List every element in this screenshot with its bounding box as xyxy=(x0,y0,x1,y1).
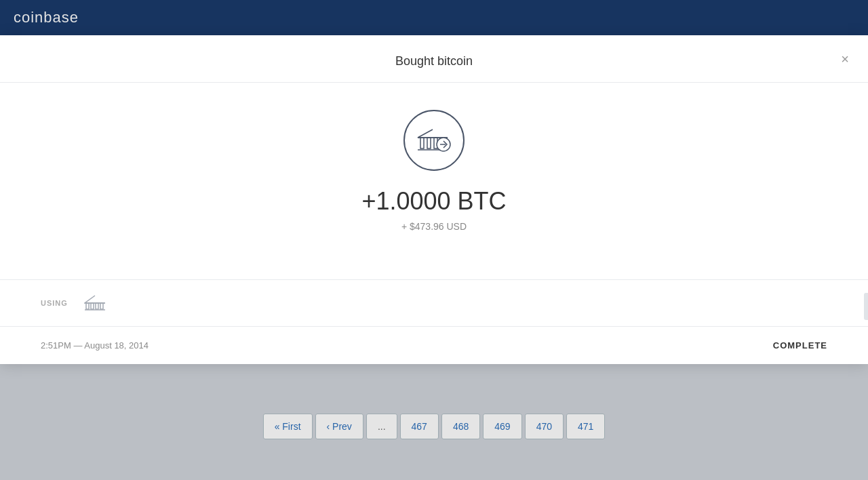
modal-title: Bought bitcoin xyxy=(395,54,473,68)
scroll-indicator xyxy=(864,293,868,320)
svg-rect-1 xyxy=(427,138,431,148)
modal-body: +1.0000 BTC + $473.96 USD xyxy=(0,83,868,279)
modal-header: Bought bitcoin × xyxy=(0,35,868,83)
transaction-usd: + $473.96 USD xyxy=(401,221,467,232)
svg-rect-10 xyxy=(100,303,103,309)
using-label: USING xyxy=(41,299,68,307)
bank-transfer-icon xyxy=(414,120,454,161)
transaction-date: 2:51PM — August 18, 2014 xyxy=(41,340,149,351)
svg-rect-8 xyxy=(91,303,94,309)
svg-rect-9 xyxy=(96,303,98,309)
svg-rect-7 xyxy=(86,303,89,309)
using-section: USING xyxy=(0,279,868,327)
bank-icon xyxy=(84,294,106,313)
modal-overlay: Bought bitcoin × xyxy=(0,0,868,480)
transaction-icon xyxy=(403,110,465,171)
svg-rect-0 xyxy=(420,138,424,148)
close-button[interactable]: × xyxy=(838,49,852,68)
modal-footer: 2:51PM — August 18, 2014 COMPLETE xyxy=(0,327,868,364)
transaction-status: COMPLETE xyxy=(773,340,827,351)
transaction-amount: +1.0000 BTC xyxy=(361,187,506,216)
transaction-modal: Bought bitcoin × xyxy=(0,35,868,364)
